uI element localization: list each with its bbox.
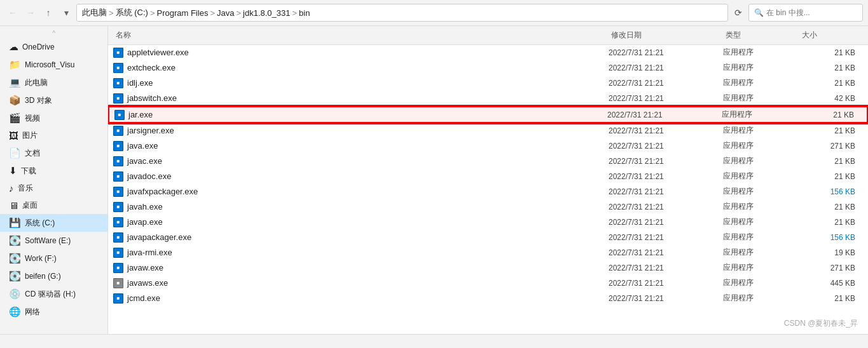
breadcrumb-current[interactable]: bin <box>299 8 310 18</box>
sidebar-item-15[interactable]: 🌐网络 <box>0 303 107 321</box>
file-date-8: 2022/7/31 21:21 <box>609 172 723 181</box>
file-row-13[interactable]: ■java-rmi.exe2022/7/31 21:21应用程序19 KB <box>108 245 868 260</box>
sidebar-icon-9: 🖥 <box>9 200 18 211</box>
file-row-5[interactable]: ■jarsigner.exe2022/7/31 21:21应用程序21 KB <box>108 123 868 138</box>
sidebar-label-11: SoftWare (E:) <box>25 236 71 245</box>
file-type-2: 应用程序 <box>723 77 799 88</box>
file-name-cell-2: ■idlj.exe <box>113 78 609 88</box>
column-header: 名称 修改日期 类型 大小 <box>108 26 868 45</box>
back-button[interactable]: ← <box>5 5 20 20</box>
file-name-text-12: javapackager.exe <box>127 232 191 242</box>
up-button[interactable]: ↑ <box>41 5 56 20</box>
file-icon-0: ■ <box>113 48 123 58</box>
breadcrumb-item-0[interactable]: 此电脑 <box>82 7 107 18</box>
file-row-7[interactable]: ■javac.exe2022/7/31 21:21应用程序21 KB <box>108 154 868 169</box>
col-size[interactable]: 大小 <box>799 29 863 42</box>
file-type-3: 应用程序 <box>723 93 799 104</box>
sidebar-icon-7: ⬇ <box>9 165 17 177</box>
breadcrumb-item-4[interactable]: jdk1.8.0_331 <box>243 8 290 18</box>
sidebar-item-6[interactable]: 📄文档 <box>0 144 107 162</box>
sidebar-item-9[interactable]: 🖥桌面 <box>0 197 107 214</box>
file-date-10: 2022/7/31 21:21 <box>609 203 723 211</box>
sidebar-item-13[interactable]: 💽beifen (G:) <box>0 267 107 285</box>
file-name-text-11: javap.exe <box>127 217 163 227</box>
sidebar-label-5: 图片 <box>22 130 38 141</box>
sidebar-item-12[interactable]: 💽Work (F:) <box>0 250 107 267</box>
file-name-text-4: jar.exe <box>128 110 153 119</box>
sidebar-label-6: 文档 <box>25 148 40 159</box>
file-row-14[interactable]: ■javaw.exe2022/7/31 21:21应用程序271 KB <box>108 260 868 276</box>
breadcrumb-item-1[interactable]: 系统 (C:) <box>116 7 148 18</box>
file-size-14: 271 KB <box>799 264 863 272</box>
main-area: ^ ☁OneDrive📁Microsoft_Visu💻此电脑📦3D 对象🎬视频🖼… <box>0 26 868 334</box>
breadcrumb-bar[interactable]: 此电脑 > 系统 (C:) > Program Files > Java > j… <box>76 4 728 22</box>
file-row-2[interactable]: ■idlj.exe2022/7/31 21:21应用程序21 KB <box>108 76 868 91</box>
sidebar-label-1: Microsoft_Visu <box>25 60 74 69</box>
file-type-4: 应用程序 <box>722 109 798 120</box>
sidebar-label-0: OneDrive <box>22 43 55 51</box>
search-input[interactable] <box>766 8 857 17</box>
breadcrumb-sep-2: > <box>210 8 215 18</box>
file-name-text-5: jarsigner.exe <box>127 126 174 135</box>
file-row-3[interactable]: ■jabswitch.exe2022/7/31 21:21应用程序42 KB <box>108 91 868 106</box>
file-type-10: 应用程序 <box>723 201 799 212</box>
file-row-1[interactable]: ■extcheck.exe2022/7/31 21:21应用程序21 KB <box>108 60 868 76</box>
file-row-16[interactable]: ■jcmd.exe2022/7/31 21:21应用程序21 KB <box>108 291 868 306</box>
col-type[interactable]: 类型 <box>723 29 799 42</box>
file-row-6[interactable]: ■java.exe2022/7/31 21:21应用程序271 KB <box>108 138 868 154</box>
file-row-12[interactable]: ■javapackager.exe2022/7/31 21:21应用程序156 … <box>108 230 868 245</box>
file-date-1: 2022/7/31 21:21 <box>609 64 723 72</box>
file-type-9: 应用程序 <box>723 186 799 197</box>
file-name-cell-12: ■javapackager.exe <box>113 232 609 243</box>
file-name-cell-11: ■javap.exe <box>113 217 609 227</box>
file-date-4: 2022/7/31 21:21 <box>607 110 722 119</box>
file-date-6: 2022/7/31 21:21 <box>609 142 723 151</box>
file-name-text-13: java-rmi.exe <box>127 248 172 257</box>
sidebar-item-5[interactable]: 🖼图片 <box>0 127 107 144</box>
forward-button[interactable]: → <box>23 5 38 20</box>
file-name-cell-13: ■java-rmi.exe <box>113 248 609 258</box>
sidebar-item-7[interactable]: ⬇下载 <box>0 162 107 180</box>
file-row-11[interactable]: ■javap.exe2022/7/31 21:21应用程序21 KB <box>108 215 868 230</box>
breadcrumb-item-2[interactable]: Program Files <box>156 8 208 18</box>
file-size-16: 21 KB <box>799 294 863 303</box>
file-row-10[interactable]: ■javah.exe2022/7/31 21:21应用程序21 KB <box>108 199 868 215</box>
file-size-0: 21 KB <box>799 48 863 57</box>
sidebar-item-8[interactable]: ♪音乐 <box>0 180 107 197</box>
file-name-text-1: extcheck.exe <box>127 63 176 72</box>
file-name-cell-7: ■javac.exe <box>113 156 609 166</box>
search-box[interactable]: 🔍 <box>748 4 863 22</box>
file-size-15: 445 KB <box>799 279 863 288</box>
file-row-0[interactable]: ■appletviewer.exe2022/7/31 21:21应用程序21 K… <box>108 45 868 60</box>
sidebar-label-3: 3D 对象 <box>25 95 52 106</box>
file-size-6: 271 KB <box>799 142 863 151</box>
file-row-9[interactable]: ■javafxpackager.exe2022/7/31 21:21应用程序15… <box>108 184 868 199</box>
sidebar-item-0[interactable]: ☁OneDrive <box>0 38 107 56</box>
col-name[interactable]: 名称 <box>113 29 609 42</box>
breadcrumb-item-3[interactable]: Java <box>217 8 234 18</box>
file-name-cell-6: ■java.exe <box>113 141 609 151</box>
file-row-8[interactable]: ■javadoc.exe2022/7/31 21:21应用程序21 KB <box>108 169 868 184</box>
sidebar-item-11[interactable]: 💽SoftWare (E:) <box>0 232 107 250</box>
sidebar-icon-11: 💽 <box>9 235 21 246</box>
file-row-4[interactable]: ■jar.exe2022/7/31 21:21应用程序21 KB <box>108 106 868 123</box>
sidebar-item-3[interactable]: 📦3D 对象 <box>0 91 107 109</box>
sidebar-icon-5: 🖼 <box>9 130 18 141</box>
sidebar-item-2[interactable]: 💻此电脑 <box>0 74 107 91</box>
file-area[interactable]: 名称 修改日期 类型 大小 ■appletviewer.exe2022/7/31… <box>108 26 868 334</box>
refresh-button[interactable]: ⟳ <box>731 5 746 20</box>
file-size-7: 21 KB <box>799 157 863 166</box>
sidebar-item-1[interactable]: 📁Microsoft_Visu <box>0 56 107 74</box>
sidebar-item-14[interactable]: 💿CD 驱动器 (H:) <box>0 285 107 303</box>
recent-button[interactable]: ▾ <box>59 5 74 20</box>
sidebar-item-10[interactable]: 💾系统 (C:) <box>0 214 107 232</box>
file-date-3: 2022/7/31 21:21 <box>609 94 723 103</box>
file-icon-14: ■ <box>113 263 123 273</box>
file-row-15[interactable]: ■javaws.exe2022/7/31 21:21应用程序445 KB <box>108 276 868 291</box>
file-name-cell-8: ■javadoc.exe <box>113 171 609 182</box>
file-name-cell-15: ■javaws.exe <box>113 278 609 288</box>
file-date-15: 2022/7/31 21:21 <box>609 279 723 288</box>
sidebar-icon-0: ☁ <box>9 41 18 53</box>
col-date[interactable]: 修改日期 <box>609 29 723 42</box>
sidebar-item-4[interactable]: 🎬视频 <box>0 109 107 127</box>
